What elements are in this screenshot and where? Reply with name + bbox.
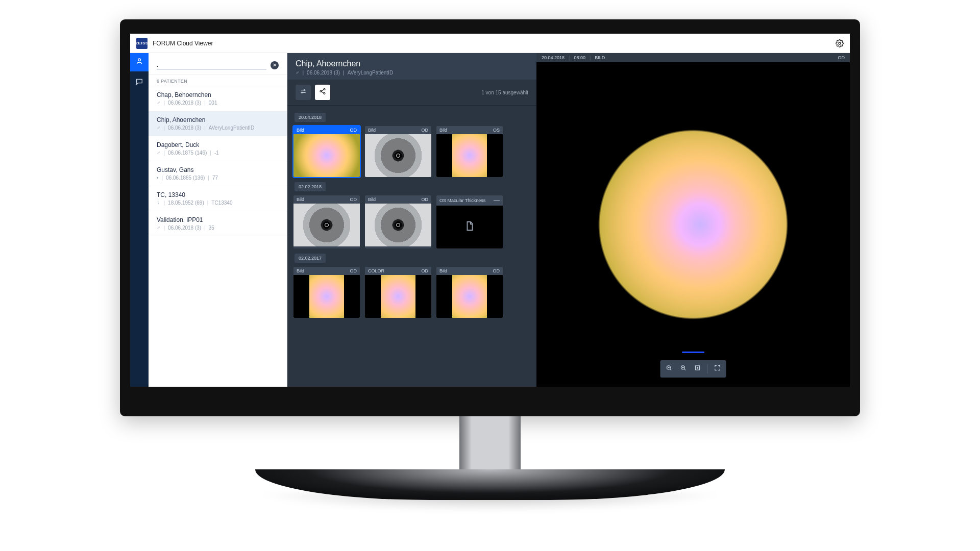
app-title: FORUM Cloud Viewer	[153, 40, 213, 47]
topbar: ZEISS FORUM Cloud Viewer	[130, 34, 850, 53]
thumbnail-label: Bild	[297, 197, 304, 202]
patient-item[interactable]: Chip, Ahoernchen ♂ | 06.06.2018 (3) | AV…	[149, 111, 287, 136]
thumbnail[interactable]: Bild OD	[293, 126, 360, 177]
patient-item-dob: 18.05.1952 (69)	[168, 200, 204, 206]
thumbnail-label: Bild	[297, 268, 304, 273]
thumbnail-eye: OD	[422, 268, 429, 273]
thumbnail-eye: OD	[422, 128, 429, 133]
thumbnail-eye: OD	[350, 197, 357, 202]
image-viewer: 20.04.2018 | 08:00 | BILD OD	[536, 53, 850, 387]
patient-item-dob: 06.06.2018 (3)	[168, 125, 201, 131]
thumbnail-image	[365, 275, 431, 318]
patient-item-name: TC, 13340	[157, 191, 279, 198]
rail-messages[interactable]	[130, 73, 149, 92]
viewer-type: BILD	[595, 55, 605, 60]
thumbnail-image	[293, 134, 360, 177]
patient-item-id: 35	[209, 225, 214, 231]
fit-icon	[694, 364, 701, 373]
patient-item-id: TC13340	[211, 200, 232, 206]
zoom-in-icon	[680, 364, 687, 373]
thumbnail[interactable]: Bild OD	[365, 126, 431, 177]
fit-button[interactable]	[691, 362, 704, 375]
patient-sidebar: ✕ 6 PATIENTEN Chap, Behoernchen ♂ | 06.0…	[149, 53, 287, 387]
thumbnail[interactable]: Bild OD	[436, 267, 503, 318]
chat-icon	[135, 78, 143, 88]
patient-item-sex: ♀	[157, 200, 161, 206]
patient-id: AVeryLongPatientID	[348, 70, 393, 76]
thumbnail-label: Bild	[297, 128, 304, 133]
viewer-eye: OD	[838, 55, 845, 60]
fullscreen-button[interactable]	[711, 362, 724, 375]
selection-count: 1 von 15 ausgewählt	[481, 90, 528, 95]
patient-item[interactable]: TC, 13340 ♀ | 18.05.1952 (69) | TC13340	[149, 186, 287, 211]
svg-point-3	[302, 92, 303, 93]
date-group-label: 02.02.2018	[295, 182, 326, 191]
thumbnail-image	[436, 206, 503, 248]
patient-item-name: Gustav, Gans	[157, 166, 279, 173]
rail-patients[interactable]	[130, 53, 149, 71]
patient-item-sex: ♂	[157, 125, 161, 131]
thumbnail-image	[436, 275, 503, 318]
patient-item[interactable]: Chap, Behoernchen ♂ | 06.06.2018 (3) | 0…	[149, 86, 287, 111]
thumbnail-label: Bild	[368, 128, 376, 133]
thumbnail-eye: —	[494, 197, 500, 204]
fullscreen-icon	[714, 364, 721, 373]
patient-item-name: Validation, iPP01	[157, 216, 279, 223]
thumbnail[interactable]: Bild OS	[436, 126, 503, 177]
thumbnail-label: OS Macular Thickness	[439, 198, 485, 203]
patient-item[interactable]: Validation, iPP01 ♂ | 06.06.2018 (3) | 3…	[149, 211, 287, 236]
clear-search-button[interactable]: ✕	[271, 61, 279, 69]
patient-list-header: 6 PATIENTEN	[149, 74, 287, 86]
sliders-icon	[300, 88, 307, 97]
thumbnail-image	[293, 275, 360, 318]
thumbnail[interactable]: OS Macular Thickness —	[436, 195, 503, 248]
viewer-time: 08:00	[574, 55, 585, 60]
thumbnail-label: Bild	[439, 268, 447, 273]
thumbnail[interactable]: Bild OD	[365, 195, 431, 248]
zoom-out-button[interactable]	[663, 362, 676, 375]
zoom-in-button[interactable]	[677, 362, 690, 375]
gear-icon[interactable]	[836, 39, 844, 47]
filter-button[interactable]	[296, 85, 311, 100]
viewer-date: 20.04.2018	[542, 55, 565, 60]
patient-item-dob: 06.06.2018 (3)	[168, 100, 201, 106]
fundus-image	[536, 117, 850, 332]
patient-item-dob: 06.06.2018 (3)	[168, 225, 201, 231]
share-icon	[319, 88, 326, 97]
viewer-meta: 20.04.2018 | 08:00 | BILD OD	[536, 53, 850, 62]
patient-item-id: 77	[212, 175, 218, 181]
study-panel: Chip, Ahoernchen ♂ | 06.06.2018 (3) | AV…	[287, 53, 536, 387]
thumbnail-label: Bild	[439, 128, 447, 133]
patient-item-name: Dagobert, Duck	[157, 141, 279, 148]
thumbnail-image	[365, 134, 431, 177]
nav-rail	[130, 53, 149, 387]
thumbnail-eye: OD	[493, 268, 500, 273]
patient-item-id: 001	[209, 100, 217, 106]
viewer-canvas[interactable]	[536, 62, 850, 387]
document-icon	[464, 220, 475, 234]
thumbnail-eye: OD	[422, 197, 429, 202]
patient-item-id: AVeryLongPatientID	[209, 125, 254, 131]
patient-sex: ♂	[296, 70, 300, 76]
patient-item-name: Chap, Behoernchen	[157, 91, 279, 98]
thumbnail[interactable]: Bild OD	[293, 195, 360, 248]
patient-item-sex: •	[157, 175, 159, 181]
patient-item[interactable]: Gustav, Gans • | 06.06.1885 (136) | 77	[149, 161, 287, 186]
share-button[interactable]	[315, 85, 330, 100]
study-header: Chip, Ahoernchen ♂ | 06.06.2018 (3) | AV…	[287, 53, 536, 80]
study-toolbar: 1 von 15 ausgewählt	[287, 80, 536, 106]
svg-point-1	[138, 59, 141, 61]
patient-item-sex: ♂	[157, 150, 161, 156]
patient-item-name: Chip, Ahoernchen	[157, 116, 279, 123]
thumbnail[interactable]: COLOR OD	[365, 267, 431, 318]
thumbnail-gallery[interactable]: 20.04.2018 Bild OD Bild OD Bild OS 02.02…	[287, 106, 536, 387]
search-input[interactable]	[157, 60, 266, 70]
scroll-indicator	[682, 352, 704, 353]
thumbnail[interactable]: Bild OD	[293, 267, 360, 318]
svg-point-0	[839, 42, 841, 44]
patient-dob: 06.06.2018 (3)	[307, 70, 340, 76]
patient-item-sex: ♂	[157, 100, 161, 106]
date-group-label: 20.04.2018	[295, 113, 326, 122]
patient-item[interactable]: Dagobert, Duck ♂ | 06.06.1875 (146) | -1	[149, 136, 287, 161]
svg-point-2	[304, 90, 305, 91]
